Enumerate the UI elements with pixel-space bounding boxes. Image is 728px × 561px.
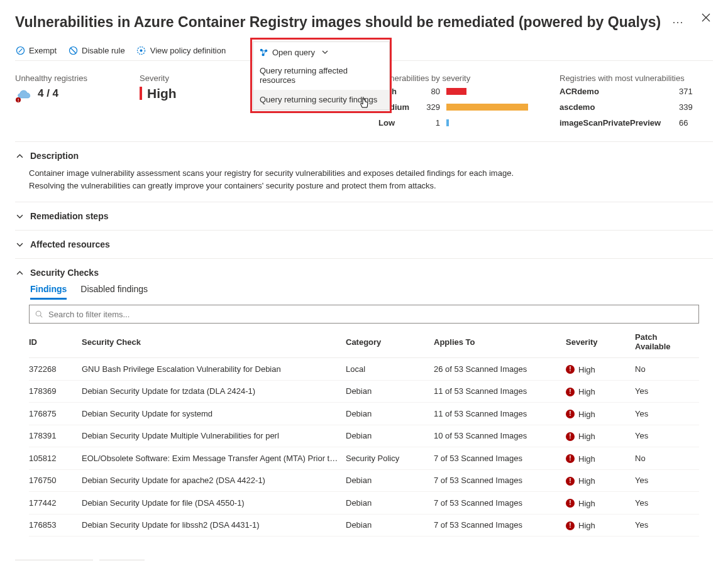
- close-icon[interactable]: [699, 10, 713, 28]
- policy-icon: [136, 45, 146, 55]
- table-row[interactable]: 176853Debian Security Update for libssh2…: [29, 514, 699, 536]
- chevron-up-icon: [15, 268, 24, 277]
- registry-row-count: 371: [679, 87, 704, 96]
- severity-label: Severity: [140, 74, 215, 83]
- chevron-down-icon: [15, 240, 24, 249]
- cell-id: 177442: [29, 492, 82, 515]
- cell-applies: 7 of 53 Scanned Images: [434, 469, 566, 492]
- severity-high-icon: !: [566, 477, 575, 486]
- table-row[interactable]: 105812EOL/Obsolete Software: Exim Messag…: [29, 447, 699, 470]
- registry-row-name: imageScanPrivatePreview: [560, 118, 679, 128]
- severity-value: High: [140, 87, 215, 100]
- cell-id: 176750: [29, 469, 82, 492]
- search-input-wrap[interactable]: [29, 305, 699, 324]
- col-header-category[interactable]: Category: [346, 326, 434, 358]
- table-row[interactable]: 372268GNU Bash Privilege Escalation Vuln…: [29, 358, 699, 381]
- cell-severity: !High: [566, 358, 635, 381]
- cell-id: 176853: [29, 514, 82, 536]
- section-toggle-affected[interactable]: Affected resources: [15, 237, 713, 252]
- tab-findings[interactable]: Findings: [30, 284, 67, 300]
- cell-check: GNU Bash Privilege Escalation Vulnerabil…: [82, 358, 346, 381]
- unhealthy-registries-label: Unhealthy registries: [15, 74, 122, 83]
- view-policy-label: View policy definition: [150, 46, 226, 55]
- tab-disabled-findings[interactable]: Disabled findings: [80, 284, 148, 300]
- cell-category: Security Policy: [346, 447, 434, 470]
- section-toggle-remediation[interactable]: Remediation steps: [15, 209, 713, 224]
- table-row[interactable]: 178369Debian Security Update for tzdata …: [29, 380, 699, 403]
- table-row[interactable]: 176875Debian Security Update for systemd…: [29, 403, 699, 425]
- section-title-affected: Affected resources: [30, 239, 110, 249]
- severity-high-icon: !: [566, 454, 575, 463]
- cell-applies: 11 of 53 Scanned Images: [434, 403, 566, 425]
- cell-severity: !High: [566, 425, 635, 447]
- cell-patch: Yes: [635, 425, 699, 447]
- registry-row-name: ACRdemo: [560, 87, 679, 96]
- cell-check: Debian Security Update for apache2 (DSA …: [82, 469, 346, 492]
- cell-check: Debian Security Update for tzdata (DLA 2…: [82, 380, 346, 403]
- open-query-button[interactable]: Open query: [253, 42, 389, 61]
- cell-severity: !High: [566, 380, 635, 403]
- query-affected-resources-item[interactable]: Query returning affected resources: [253, 61, 389, 90]
- cell-check: Debian Security Update for file (DSA 455…: [82, 492, 346, 515]
- view-policy-button[interactable]: View policy definition: [136, 45, 226, 55]
- registry-row-count: 339: [679, 102, 704, 112]
- cell-category: Debian: [346, 425, 434, 447]
- cell-applies: 7 of 53 Scanned Images: [434, 492, 566, 515]
- cell-patch: Yes: [635, 514, 699, 536]
- table-row[interactable]: 176750Debian Security Update for apache2…: [29, 469, 699, 492]
- severity-high-icon: !: [566, 499, 575, 508]
- chevron-down-icon: [320, 47, 330, 57]
- more-actions-icon[interactable]: ⋯: [670, 15, 687, 29]
- col-header-patch[interactable]: Patch Available: [635, 326, 699, 358]
- search-input[interactable]: [47, 309, 693, 320]
- chevron-down-icon: [15, 212, 24, 221]
- svg-point-9: [36, 311, 41, 316]
- section-toggle-description[interactable]: Description: [15, 148, 713, 163]
- sev-low-label: Low: [378, 118, 421, 128]
- cell-id: 178369: [29, 380, 82, 403]
- page-title: Vulnerabilities in Azure Container Regis…: [15, 14, 661, 31]
- search-icon: [35, 310, 43, 319]
- severity-high-icon: !: [566, 410, 575, 418]
- cell-category: Debian: [346, 492, 434, 515]
- open-query-label: Open query: [272, 48, 315, 57]
- col-header-id[interactable]: ID: [29, 326, 82, 358]
- cell-severity: !High: [566, 492, 635, 515]
- sev-low-bar: [446, 119, 449, 126]
- query-security-findings-item[interactable]: Query returning security findings: [253, 90, 389, 109]
- col-header-check[interactable]: Security Check: [82, 326, 346, 358]
- svg-text:!: !: [18, 98, 19, 102]
- col-header-severity[interactable]: Severity: [566, 326, 635, 358]
- table-row[interactable]: 178391Debian Security Update Multiple Vu…: [29, 425, 699, 447]
- exempt-button[interactable]: Exempt: [15, 45, 57, 55]
- severity-high-icon: !: [566, 365, 575, 374]
- cell-patch: Yes: [635, 492, 699, 515]
- disable-rule-button[interactable]: Disable rule: [68, 45, 125, 55]
- cell-id: 372268: [29, 358, 82, 381]
- open-query-icon: [258, 47, 268, 57]
- cell-check: Debian Security Update for systemd: [82, 403, 346, 425]
- cell-applies: 7 of 53 Scanned Images: [434, 447, 566, 470]
- cell-id: 176875: [29, 403, 82, 425]
- cell-category: Debian: [346, 403, 434, 425]
- svg-point-3: [140, 49, 143, 52]
- section-toggle-checks[interactable]: Security Checks: [15, 265, 713, 280]
- table-row[interactable]: 177442Debian Security Update for file (D…: [29, 492, 699, 515]
- registry-row-name: ascdemo: [560, 102, 679, 112]
- disable-rule-icon: [68, 45, 78, 55]
- cell-applies: 11 of 53 Scanned Images: [434, 380, 566, 403]
- severity-high-icon: !: [566, 388, 575, 396]
- cell-patch: No: [635, 447, 699, 470]
- cell-category: Local: [346, 358, 434, 381]
- severity-high-icon: !: [566, 521, 575, 530]
- cell-check: Debian Security Update Multiple Vulnerab…: [82, 425, 346, 447]
- sev-medium-count: 329: [421, 102, 446, 112]
- description-line: Resolving the vulnerabilities can greatl…: [29, 180, 713, 192]
- cell-id: 105812: [29, 447, 82, 470]
- cell-patch: No: [635, 358, 699, 381]
- chevron-up-icon: [15, 151, 24, 160]
- sev-low-count: 1: [421, 118, 446, 128]
- description-line: Container image vulnerability assessment…: [29, 167, 713, 180]
- col-header-applies[interactable]: Applies To: [434, 326, 566, 358]
- cell-patch: Yes: [635, 469, 699, 492]
